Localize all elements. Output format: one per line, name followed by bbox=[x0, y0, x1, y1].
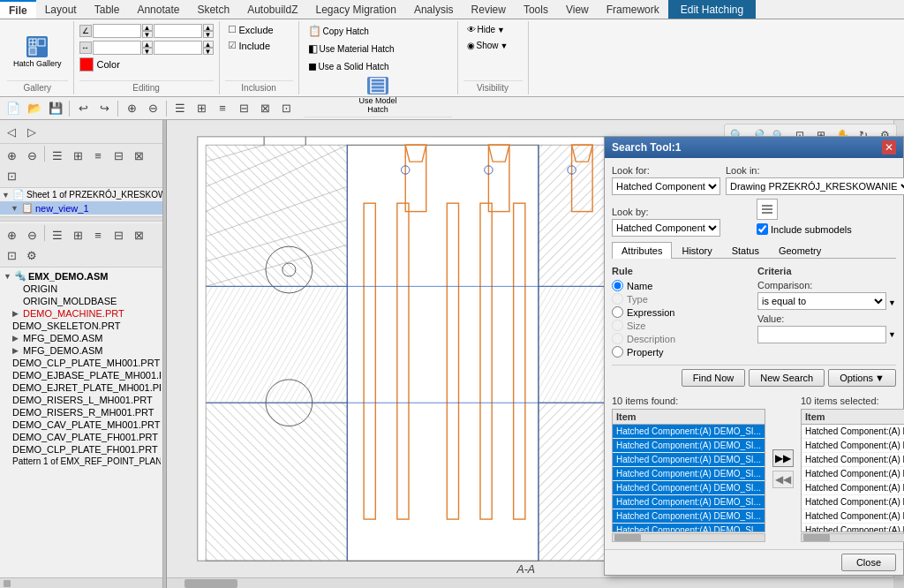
open-btn[interactable]: 📂 bbox=[25, 99, 44, 118]
tab-geometry[interactable]: Geometry bbox=[769, 242, 831, 259]
look-by-select[interactable]: Hatched Component bbox=[612, 219, 720, 237]
menu-annotate[interactable]: Annotate bbox=[128, 0, 188, 19]
left-back-btn[interactable]: ◁ bbox=[2, 122, 21, 141]
bt-tiles-btn[interactable]: ⊟ bbox=[109, 225, 128, 245]
tree-cav-plate-mh[interactable]: DEMO_CAV_PLATE_MH001.PRT bbox=[2, 418, 161, 431]
tree-hscroll[interactable] bbox=[0, 577, 162, 588]
view-list-btn[interactable]: ☰ bbox=[170, 99, 190, 118]
collapse-btn[interactable]: ⊖ bbox=[143, 99, 162, 118]
menu-legacy[interactable]: Legacy Migration bbox=[307, 0, 405, 19]
tree-extra-btn[interactable]: ⊠ bbox=[129, 146, 148, 165]
found-item-6[interactable]: Hatched Component:(A) DEMO_SI... bbox=[613, 509, 765, 524]
found-list[interactable]: Item Hatched Component:(A) DEMO_SI... Ha… bbox=[612, 409, 765, 532]
found-item-0[interactable]: Hatched Component:(A) DEMO_SI... bbox=[613, 425, 765, 439]
angle-input[interactable]: 0 bbox=[93, 24, 141, 38]
left-forward-btn[interactable]: ▷ bbox=[22, 122, 41, 141]
tree-grid-btn[interactable]: ⊞ bbox=[68, 146, 87, 165]
sheet-item[interactable]: ▼ 📄 Sheet 1 of PRZEKRÓJ_KRESKOWANIE.DRW bbox=[0, 188, 162, 201]
radio-expression-input[interactable] bbox=[612, 306, 623, 318]
find-now-btn[interactable]: Find Now bbox=[682, 369, 745, 387]
offset2-down[interactable]: ▼ bbox=[203, 48, 214, 55]
color-swatch[interactable] bbox=[79, 57, 94, 72]
tree-ejbase-plate[interactable]: DEMO_EJBASE_PLATE_MH001.PRT bbox=[2, 369, 161, 381]
bt-settings-btn[interactable]: ⚙ bbox=[22, 245, 41, 265]
tree-clp-plate[interactable]: DEMO_CLP_PLATE_MH001.PRT bbox=[2, 357, 161, 369]
found-item-5[interactable]: Hatched Component:(A) DEMO_SI... bbox=[613, 495, 765, 509]
scale-input[interactable]: 1.000 bbox=[93, 41, 141, 55]
found-item-4[interactable]: Hatched Component:(A) DEMO_SI... bbox=[613, 481, 765, 495]
redo-btn[interactable]: ↪ bbox=[94, 99, 114, 118]
tree-risers-r[interactable]: DEMO_RISERS_R_MH001.PRT bbox=[2, 406, 161, 418]
sel-item-3[interactable]: Hatched Component:(A) DEMO_SI... bbox=[802, 467, 904, 481]
bt-expand-btn[interactable]: ⊕ bbox=[2, 225, 21, 245]
menu-analysis[interactable]: Analysis bbox=[405, 0, 463, 19]
found-item-1[interactable]: Hatched Component:(A) DEMO_SI... bbox=[613, 439, 765, 453]
hatch-gallery-btn[interactable]: Hatch Gallery bbox=[7, 27, 68, 77]
menu-layout[interactable]: Layout bbox=[36, 0, 86, 19]
tab-status[interactable]: Status bbox=[722, 242, 769, 259]
value-input[interactable]: *SHCS* bbox=[757, 326, 886, 343]
sel-item-7[interactable]: Hatched Component:(A) DEMO_SI... bbox=[802, 524, 904, 532]
bt-collapse-btn[interactable]: ⊖ bbox=[22, 225, 41, 245]
bt-filter-btn[interactable]: ⊡ bbox=[2, 245, 21, 265]
tree-pattern[interactable]: Pattern 1 of EMX_REF_POINT_PLAN... bbox=[2, 456, 161, 467]
tree-mfg1[interactable]: ▶ MFG_DEMO.ASM bbox=[2, 332, 161, 344]
undo-btn[interactable]: ↩ bbox=[73, 99, 93, 118]
scale-down[interactable]: ▼ bbox=[142, 48, 153, 55]
tree-origin-moldbase[interactable]: ORIGIN_MOLDBASE bbox=[2, 295, 161, 307]
comparison-dropdown-icon[interactable]: ▼ bbox=[888, 298, 896, 307]
offset-input-1[interactable]: 0.000 bbox=[154, 24, 202, 38]
tree-clp-plate-fh[interactable]: DEMO_CLP_PLATE_FH001.PRT bbox=[2, 443, 161, 456]
new-search-btn[interactable]: New Search bbox=[749, 369, 825, 387]
tree-list-btn[interactable]: ☰ bbox=[48, 146, 67, 165]
found-hscroll[interactable] bbox=[612, 533, 765, 542]
tree-detail-btn[interactable]: ≡ bbox=[88, 146, 108, 165]
select-icon-btn[interactable] bbox=[757, 199, 778, 220]
tree-skeleton[interactable]: DEMO_SKELETON.PRT bbox=[2, 320, 161, 332]
use-model-hatch-btn[interactable]: Use Model Hatch bbox=[350, 74, 405, 117]
look-in-select[interactable]: Drawing PRZEKRÓJ_KRESKOWANIE bbox=[726, 177, 904, 195]
view-grid-btn[interactable]: ⊞ bbox=[192, 99, 211, 118]
selected-hscroll[interactable] bbox=[801, 533, 904, 542]
transfer-left-btn[interactable]: ◀◀ bbox=[772, 471, 794, 488]
tree-collapse-btn[interactable]: ⊖ bbox=[22, 146, 41, 165]
close-btn[interactable]: Close bbox=[841, 554, 896, 571]
bt-detail-btn[interactable]: ≡ bbox=[88, 225, 108, 245]
sel-item-0[interactable]: Hatched Component:(A) DEMO_SI... bbox=[802, 425, 904, 439]
sel-item-5[interactable]: Hatched Component:(A) DEMO_SI... bbox=[802, 495, 904, 509]
offset-input-2[interactable]: 0.000 bbox=[154, 41, 202, 55]
found-item-7[interactable]: Hatched Component:(A) DEMO_SI... bbox=[613, 524, 765, 532]
found-item-2[interactable]: Hatched Component:(A) DEMO_SI... bbox=[613, 453, 765, 467]
tab-history[interactable]: History bbox=[672, 242, 721, 259]
expand-btn[interactable]: ⊕ bbox=[122, 99, 141, 118]
tree-mfg2[interactable]: ▶ MFG_DEMO.ASM bbox=[2, 344, 161, 357]
angle-down[interactable]: ▼ bbox=[142, 31, 153, 38]
transfer-right-btn[interactable]: ▶▶ bbox=[772, 449, 794, 467]
look-for-select[interactable]: Hatched Component bbox=[612, 177, 720, 195]
save-btn[interactable]: 💾 bbox=[46, 99, 65, 118]
canvas-hscroll[interactable] bbox=[167, 577, 893, 588]
tree-expand-btn[interactable]: ⊕ bbox=[2, 146, 21, 165]
radio-prop-input[interactable] bbox=[612, 346, 623, 358]
tree-filter-btn[interactable]: ⊡ bbox=[2, 166, 21, 185]
comparison-select[interactable]: is equal to bbox=[757, 292, 886, 310]
menu-file[interactable]: File bbox=[0, 0, 36, 19]
menu-table[interactable]: Table bbox=[86, 0, 129, 19]
view-tiles-btn[interactable]: ⊟ bbox=[234, 99, 253, 118]
tree-machine[interactable]: ▶ DEMO_MACHINE.PRT bbox=[2, 307, 161, 320]
hide-btn[interactable]: 👁 Hide ▼ bbox=[463, 23, 509, 36]
bt-more-btn[interactable]: ⊠ bbox=[129, 225, 148, 245]
submodels-check[interactable] bbox=[757, 223, 768, 235]
value-dropdown-icon[interactable]: ▼ bbox=[888, 330, 896, 339]
bt-grid-btn[interactable]: ⊞ bbox=[68, 225, 87, 245]
tree-ejret-plate[interactable]: DEMO_EJRET_PLATE_MH001.PRT bbox=[2, 381, 161, 394]
use-material-hatch-btn[interactable]: ◧ Use Material Hatch bbox=[305, 41, 398, 57]
radio-name-input[interactable] bbox=[612, 280, 623, 291]
tab-attributes[interactable]: Attributes bbox=[612, 242, 672, 259]
filter-btn[interactable]: ⊡ bbox=[276, 99, 296, 118]
sel-item-2[interactable]: Hatched Component:(A) DEMO_SI... bbox=[802, 453, 904, 467]
dialog-close-btn[interactable]: ✕ bbox=[882, 140, 896, 155]
menu-view[interactable]: View bbox=[557, 0, 598, 19]
tree-cav-plate-fh[interactable]: DEMO_CAV_PLATE_FH001.PRT bbox=[2, 431, 161, 443]
selected-list[interactable]: Item Hatched Component:(A) DEMO_SI... Ha… bbox=[801, 409, 904, 532]
